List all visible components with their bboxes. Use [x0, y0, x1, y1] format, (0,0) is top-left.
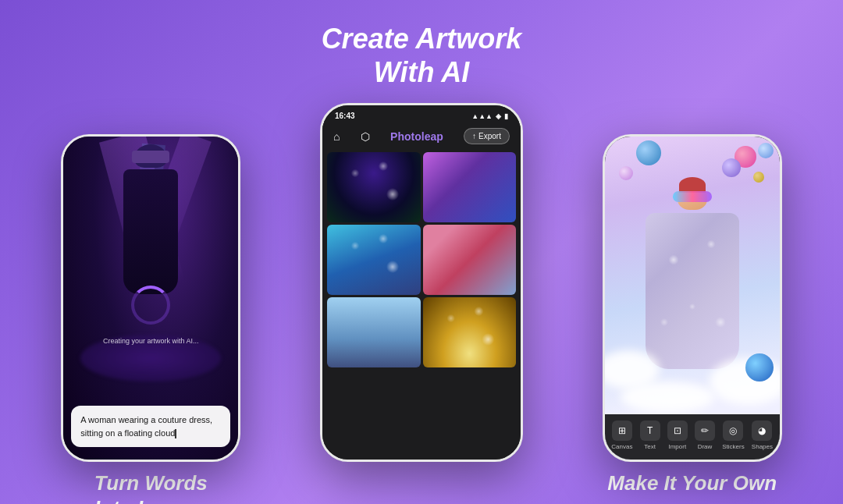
left-phone-screen: Creating your artwork with AI... A woman… — [63, 137, 238, 460]
phones-row: Creating your artwork with AI... A woman… — [0, 103, 843, 462]
gallery-cell-4[interactable] — [423, 225, 517, 295]
ball-accent-blue — [745, 353, 774, 382]
ai-prompt-box[interactable]: A woman wearing a couture dress, sitting… — [71, 406, 230, 447]
left-phone: Creating your artwork with AI... A woman… — [61, 134, 240, 462]
stickers-label: Stickers — [722, 443, 744, 450]
export-button[interactable]: ↑ Export — [464, 128, 510, 144]
person-body — [123, 169, 178, 294]
vr-headset — [132, 151, 169, 163]
text-label: Text — [644, 443, 656, 450]
gallery-cell-2[interactable] — [423, 152, 517, 222]
center-screen-inner: 16:43 ▲▲▲ ◈ ▮ ⌂ ⬡ Photoleap ↑ — [322, 105, 521, 460]
signal-icon: ▲▲▲ — [471, 112, 493, 120]
caption-right-text: Make It Your Own — [557, 471, 827, 495]
import-icon: ⊡ — [667, 421, 688, 441]
captions-row: Turn Words Into Images Make It Your Own — [0, 462, 843, 504]
tool-canvas[interactable]: ⊞ Canvas — [611, 421, 632, 450]
left-phone-wrap: Creating your artwork with AI... A woman… — [16, 103, 286, 462]
status-time: 16:43 — [335, 112, 355, 120]
ball-purple — [722, 158, 741, 177]
woman-hair — [679, 177, 706, 193]
header-title-line1: Create Artwork — [322, 22, 522, 55]
home-icon[interactable]: ⌂ — [333, 130, 340, 143]
stickers-icon: ◎ — [723, 421, 743, 441]
shapes-label: Shapes — [752, 443, 773, 450]
tool-draw[interactable]: ✏ Draw — [695, 421, 715, 450]
shapes-icon: ◕ — [752, 421, 772, 441]
gallery-cell-1[interactable] — [327, 152, 421, 222]
caption-left-line2: Into Images — [94, 496, 207, 504]
center-phone-screen: 16:43 ▲▲▲ ◈ ▮ ⌂ ⬡ Photoleap ↑ — [322, 105, 521, 460]
text-icon: T — [640, 421, 660, 441]
right-phone-wrap: ⊞ Canvas T Text ⊡ Import ✏ — [557, 103, 827, 462]
tool-stickers[interactable]: ◎ Stickers — [722, 421, 744, 450]
gallery-cell-3[interactable] — [327, 225, 421, 295]
status-icons: ▲▲▲ ◈ ▮ — [471, 112, 508, 120]
ball-lavender — [619, 166, 633, 180]
app-header: Create Artwork With AI — [322, 0, 522, 103]
ball-gold — [753, 172, 764, 183]
battery-icon: ▮ — [504, 112, 508, 120]
ball-light-blue — [758, 143, 774, 158]
left-phone-bg: Creating your artwork with AI... A woman… — [63, 137, 238, 460]
wifi-icon: ◈ — [496, 112, 501, 120]
import-label: Import — [668, 443, 686, 450]
tool-shapes[interactable]: ◕ Shapes — [752, 421, 773, 450]
center-phone: 16:43 ▲▲▲ ◈ ▮ ⌂ ⬡ Photoleap ↑ — [320, 103, 523, 462]
gallery-cell-5[interactable] — [327, 297, 421, 367]
caption-left-line1: Turn Words — [94, 471, 208, 495]
editing-toolbar: ⊞ Canvas T Text ⊡ Import ✏ — [605, 414, 780, 460]
caption-right: Make It Your Own — [557, 471, 827, 495]
nav-bar: ⌂ ⬡ Photoleap ↑ Export — [322, 123, 521, 149]
right-phone: ⊞ Canvas T Text ⊡ Import ✏ — [603, 134, 782, 462]
header-title-line2: With AI — [322, 55, 522, 89]
nav-title: Photoleap — [390, 130, 443, 143]
ball-blue-large — [636, 140, 661, 165]
tool-text[interactable]: T Text — [640, 421, 660, 450]
center-phone-wrap: 16:43 ▲▲▲ ◈ ▮ ⌂ ⬡ Photoleap ↑ — [286, 103, 557, 462]
right-phone-screen: ⊞ Canvas T Text ⊡ Import ✏ — [605, 137, 780, 460]
woman-glasses — [673, 191, 712, 202]
canvas-label: Canvas — [611, 443, 632, 450]
export-icon: ↑ — [472, 132, 476, 140]
ai-loader — [131, 286, 170, 325]
ai-prompt-text: A woman wearing a couture dress, sitting… — [80, 415, 212, 438]
woman-head — [678, 183, 707, 210]
export-label: Export — [478, 132, 501, 140]
tool-import[interactable]: ⊡ Import — [667, 421, 688, 450]
gallery-cell-6[interactable] — [423, 297, 517, 367]
layers-icon[interactable]: ⬡ — [361, 130, 370, 143]
status-bar: 16:43 ▲▲▲ ◈ ▮ — [322, 105, 521, 123]
draw-label: Draw — [698, 443, 713, 450]
creating-text: Creating your artwork with AI... — [103, 337, 199, 345]
gallery-grid — [322, 149, 521, 460]
caption-left: Turn Words Into Images — [16, 471, 286, 504]
draw-icon: ✏ — [695, 421, 715, 441]
right-phone-bg: ⊞ Canvas T Text ⊡ Import ✏ — [605, 137, 780, 460]
caption-left-text: Turn Words Into Images — [16, 471, 286, 504]
woman-body — [646, 213, 739, 369]
person-head — [135, 144, 166, 168]
text-cursor — [175, 429, 176, 438]
cloud-puff-3 — [621, 382, 714, 413]
canvas-icon: ⊞ — [612, 421, 632, 441]
